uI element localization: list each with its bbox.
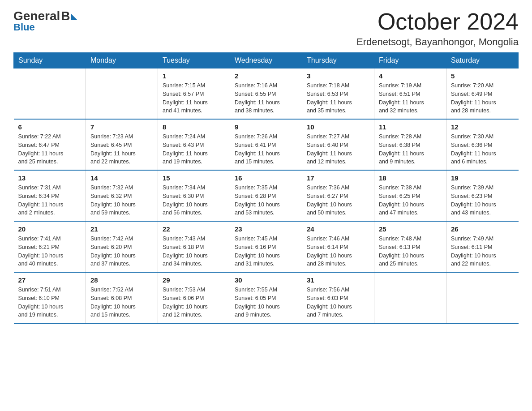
calendar-cell: 12Sunrise: 7:30 AM Sunset: 6:36 PM Dayli…	[446, 119, 519, 170]
day-number: 3	[307, 72, 369, 80]
day-info: Sunrise: 7:24 AM Sunset: 6:43 PM Dayligh…	[163, 133, 225, 166]
calendar-cell: 27Sunrise: 7:51 AM Sunset: 6:10 PM Dayli…	[14, 272, 86, 323]
calendar-cell: 24Sunrise: 7:46 AM Sunset: 6:14 PM Dayli…	[302, 221, 374, 272]
calendar-cell: 3Sunrise: 7:18 AM Sunset: 6:53 PM Daylig…	[302, 68, 374, 120]
day-info: Sunrise: 7:31 AM Sunset: 6:34 PM Dayligh…	[18, 184, 82, 217]
calendar-cell: 1Sunrise: 7:15 AM Sunset: 6:57 PM Daylig…	[158, 68, 230, 120]
day-number: 9	[235, 123, 297, 131]
calendar-cell: 17Sunrise: 7:36 AM Sunset: 6:27 PM Dayli…	[302, 170, 374, 221]
calendar-cell	[86, 68, 158, 120]
calendar-cell: 4Sunrise: 7:19 AM Sunset: 6:51 PM Daylig…	[374, 68, 446, 120]
day-number: 15	[163, 174, 225, 182]
day-info: Sunrise: 7:16 AM Sunset: 6:55 PM Dayligh…	[235, 81, 297, 115]
day-info: Sunrise: 7:46 AM Sunset: 6:14 PM Dayligh…	[307, 235, 369, 268]
day-info: Sunrise: 7:27 AM Sunset: 6:40 PM Dayligh…	[307, 133, 369, 166]
day-number: 12	[451, 123, 514, 131]
header-tuesday: Tuesday	[158, 53, 230, 68]
day-info: Sunrise: 7:36 AM Sunset: 6:27 PM Dayligh…	[307, 184, 369, 217]
day-info: Sunrise: 7:53 AM Sunset: 6:06 PM Dayligh…	[163, 286, 225, 319]
calendar-cell: 13Sunrise: 7:31 AM Sunset: 6:34 PM Dayli…	[14, 170, 86, 221]
day-number: 19	[451, 174, 514, 182]
calendar-cell: 5Sunrise: 7:20 AM Sunset: 6:49 PM Daylig…	[446, 68, 519, 120]
location-subtitle: Erdenetsogt, Bayanhongor, Mongolia	[356, 36, 519, 48]
day-number: 27	[18, 276, 82, 284]
day-info: Sunrise: 7:19 AM Sunset: 6:51 PM Dayligh…	[379, 81, 442, 115]
day-number: 7	[90, 123, 153, 131]
day-info: Sunrise: 7:56 AM Sunset: 6:03 PM Dayligh…	[307, 286, 369, 319]
page-header: General B Blue October 2024 Erdenetsogt,…	[13, 9, 519, 48]
calendar-cell: 7Sunrise: 7:23 AM Sunset: 6:45 PM Daylig…	[86, 119, 158, 170]
day-info: Sunrise: 7:28 AM Sunset: 6:38 PM Dayligh…	[379, 133, 442, 166]
day-number: 4	[379, 72, 442, 80]
day-number: 11	[379, 123, 442, 131]
day-number: 31	[307, 276, 369, 284]
day-info: Sunrise: 7:26 AM Sunset: 6:41 PM Dayligh…	[235, 133, 297, 166]
day-info: Sunrise: 7:18 AM Sunset: 6:53 PM Dayligh…	[307, 81, 369, 115]
calendar-table: SundayMondayTuesdayWednesdayThursdayFrid…	[13, 52, 519, 324]
calendar-cell: 16Sunrise: 7:35 AM Sunset: 6:28 PM Dayli…	[230, 170, 302, 221]
calendar-cell: 20Sunrise: 7:41 AM Sunset: 6:21 PM Dayli…	[14, 221, 86, 272]
calendar-cell: 15Sunrise: 7:34 AM Sunset: 6:30 PM Dayli…	[158, 170, 230, 221]
day-info: Sunrise: 7:41 AM Sunset: 6:21 PM Dayligh…	[18, 235, 82, 268]
calendar-cell: 18Sunrise: 7:38 AM Sunset: 6:25 PM Dayli…	[374, 170, 446, 221]
day-info: Sunrise: 7:45 AM Sunset: 6:16 PM Dayligh…	[235, 235, 297, 268]
calendar-cell: 14Sunrise: 7:32 AM Sunset: 6:32 PM Dayli…	[86, 170, 158, 221]
calendar-cell: 10Sunrise: 7:27 AM Sunset: 6:40 PM Dayli…	[302, 119, 374, 170]
calendar-cell: 8Sunrise: 7:24 AM Sunset: 6:43 PM Daylig…	[158, 119, 230, 170]
day-number: 26	[451, 225, 514, 233]
calendar-week-row: 1Sunrise: 7:15 AM Sunset: 6:57 PM Daylig…	[14, 68, 519, 120]
day-number: 2	[235, 72, 297, 80]
calendar-cell: 23Sunrise: 7:45 AM Sunset: 6:16 PM Dayli…	[230, 221, 302, 272]
day-number: 24	[307, 225, 369, 233]
day-number: 14	[90, 174, 153, 182]
logo-blue-text: Blue	[13, 21, 35, 33]
calendar-cell	[446, 272, 519, 323]
calendar-week-row: 13Sunrise: 7:31 AM Sunset: 6:34 PM Dayli…	[14, 170, 519, 221]
calendar-cell: 2Sunrise: 7:16 AM Sunset: 6:55 PM Daylig…	[230, 68, 302, 120]
calendar-cell	[374, 272, 446, 323]
day-number: 10	[307, 123, 369, 131]
day-number: 23	[235, 225, 297, 233]
day-info: Sunrise: 7:52 AM Sunset: 6:08 PM Dayligh…	[90, 286, 153, 319]
calendar-cell: 6Sunrise: 7:22 AM Sunset: 6:47 PM Daylig…	[14, 119, 86, 170]
day-info: Sunrise: 7:34 AM Sunset: 6:30 PM Dayligh…	[163, 184, 225, 217]
calendar-header-row: SundayMondayTuesdayWednesdayThursdayFrid…	[14, 53, 519, 68]
day-number: 13	[18, 174, 82, 182]
calendar-cell	[14, 68, 86, 120]
day-number: 30	[235, 276, 297, 284]
calendar-cell: 22Sunrise: 7:43 AM Sunset: 6:18 PM Dayli…	[158, 221, 230, 272]
day-info: Sunrise: 7:51 AM Sunset: 6:10 PM Dayligh…	[18, 286, 82, 319]
day-number: 8	[163, 123, 225, 131]
header-sunday: Sunday	[14, 53, 86, 68]
calendar-week-row: 6Sunrise: 7:22 AM Sunset: 6:47 PM Daylig…	[14, 119, 519, 170]
day-info: Sunrise: 7:49 AM Sunset: 6:11 PM Dayligh…	[451, 235, 514, 268]
calendar-cell: 28Sunrise: 7:52 AM Sunset: 6:08 PM Dayli…	[86, 272, 158, 323]
day-number: 25	[379, 225, 442, 233]
day-info: Sunrise: 7:20 AM Sunset: 6:49 PM Dayligh…	[451, 81, 514, 115]
day-number: 21	[90, 225, 153, 233]
header-thursday: Thursday	[302, 53, 374, 68]
day-info: Sunrise: 7:32 AM Sunset: 6:32 PM Dayligh…	[90, 184, 153, 217]
day-number: 5	[451, 72, 514, 80]
day-info: Sunrise: 7:43 AM Sunset: 6:18 PM Dayligh…	[163, 235, 225, 268]
day-info: Sunrise: 7:15 AM Sunset: 6:57 PM Dayligh…	[163, 81, 225, 115]
header-wednesday: Wednesday	[230, 53, 302, 68]
calendar-cell: 26Sunrise: 7:49 AM Sunset: 6:11 PM Dayli…	[446, 221, 519, 272]
day-number: 6	[18, 123, 82, 131]
day-info: Sunrise: 7:55 AM Sunset: 6:05 PM Dayligh…	[235, 286, 297, 319]
logo: General B Blue	[13, 9, 77, 33]
header-monday: Monday	[86, 53, 158, 68]
day-number: 18	[379, 174, 442, 182]
day-info: Sunrise: 7:48 AM Sunset: 6:13 PM Dayligh…	[379, 235, 442, 268]
calendar-cell: 9Sunrise: 7:26 AM Sunset: 6:41 PM Daylig…	[230, 119, 302, 170]
day-info: Sunrise: 7:42 AM Sunset: 6:20 PM Dayligh…	[90, 235, 153, 268]
header-friday: Friday	[374, 53, 446, 68]
day-info: Sunrise: 7:38 AM Sunset: 6:25 PM Dayligh…	[379, 184, 442, 217]
day-info: Sunrise: 7:39 AM Sunset: 6:23 PM Dayligh…	[451, 184, 514, 217]
logo-triangle-icon	[71, 14, 77, 20]
calendar-week-row: 20Sunrise: 7:41 AM Sunset: 6:21 PM Dayli…	[14, 221, 519, 272]
day-info: Sunrise: 7:23 AM Sunset: 6:45 PM Dayligh…	[90, 133, 153, 166]
day-number: 29	[163, 276, 225, 284]
day-number: 20	[18, 225, 82, 233]
calendar-cell: 30Sunrise: 7:55 AM Sunset: 6:05 PM Dayli…	[230, 272, 302, 323]
